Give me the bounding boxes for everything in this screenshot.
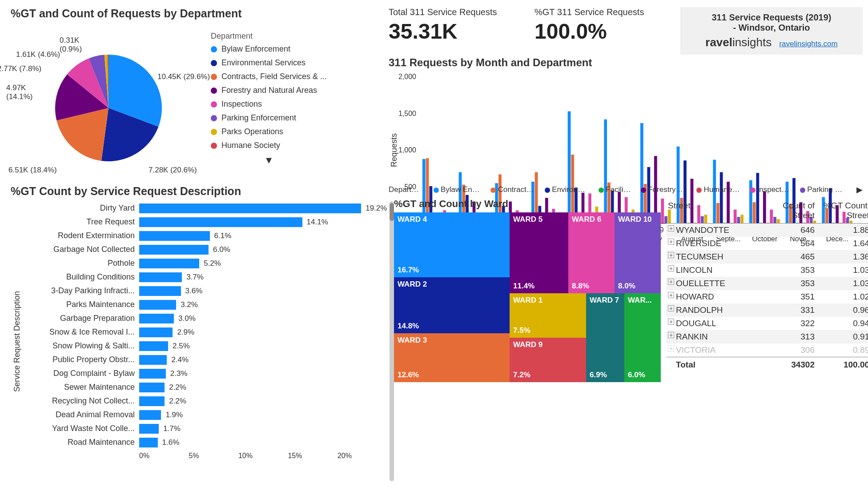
treemap-cell[interactable]: WARD 511.4% (510, 212, 568, 293)
expand-icon[interactable]: + (668, 345, 674, 351)
hbar-row[interactable]: Pothole 5.2% (24, 256, 387, 270)
monthly-legend-item[interactable]: Facilities (599, 185, 631, 194)
monthly-legend-item[interactable]: Humane S... (696, 185, 740, 194)
hbar-row[interactable]: Parks Maintenance 3.2% (24, 298, 387, 311)
hbar-value: 2.5% (173, 342, 190, 351)
expand-icon[interactable]: + (668, 319, 674, 325)
hbar-row[interactable]: Sewer Maintenance 2.2% (24, 380, 387, 394)
hbar-bar[interactable] (139, 341, 168, 351)
table-row[interactable]: + WYANDOTTE 646 1.88% (666, 224, 868, 237)
hbar-bar[interactable] (139, 410, 161, 420)
hbar-row[interactable]: Dirty Yard 19.2% (24, 201, 387, 215)
treemap-cell[interactable]: WAR...6.0% (624, 293, 661, 382)
table-row[interactable]: + OUELLETTE 353 1.03% (666, 277, 868, 290)
monthly-legend-item[interactable]: Bylaw Enfor... (434, 185, 481, 194)
table-row[interactable]: + LINCOLN 353 1.03% (666, 263, 868, 277)
hbar-row[interactable]: Snow Plowing & Salti... 2.5% (24, 339, 387, 353)
street-count: 465 (761, 252, 815, 262)
treemap-chart[interactable]: WARD 416.7%WARD 214.8%WARD 312.6%WARD 51… (394, 212, 661, 382)
hbar-bar[interactable] (139, 286, 181, 296)
hbar-bar[interactable] (139, 217, 302, 227)
monthly-legend-item[interactable]: Contracts, ... (490, 185, 535, 194)
street-header[interactable]: Street Count of Street %GT Count of Stre… (666, 198, 868, 224)
legend-next-icon[interactable]: ▶ (856, 185, 863, 195)
legend-item[interactable]: Parking Enforcement (211, 113, 327, 123)
hbar-chart[interactable]: Dirty Yard 19.2%Tree Request 14.1%Rodent… (24, 201, 387, 481)
expand-icon[interactable]: + (668, 292, 674, 298)
hbar-row[interactable]: Rodent Extermination 6.1% (24, 229, 387, 243)
table-row[interactable]: + DOUGALL 322 0.94% (666, 317, 868, 330)
hbar-bar[interactable] (139, 438, 158, 447)
table-row[interactable]: + HOWARD 351 1.02% (666, 290, 868, 303)
legend-item[interactable]: Bylaw Enforcement (211, 44, 327, 54)
treemap-cell[interactable]: WARD 416.7% (394, 212, 510, 277)
brand-link[interactable]: ravelinsights.com (779, 40, 837, 48)
hbar-bar[interactable] (139, 231, 210, 241)
hbar-row[interactable]: Dead Animal Removal 1.9% (24, 408, 387, 422)
hbar-row[interactable]: Recycling Not Collect... 2.2% (24, 394, 387, 408)
hbar-ylabel: Service Request Description (11, 201, 24, 481)
hbar-row[interactable]: Public Property Obstr... 2.4% (24, 353, 387, 367)
treemap-label: WARD 4 (398, 215, 506, 224)
expand-icon[interactable]: + (668, 305, 674, 311)
street-count: 646 (761, 225, 815, 235)
hbar-row[interactable]: 3-Day Parking Infracti... 3.6% (24, 284, 387, 298)
expand-icon[interactable]: + (668, 239, 674, 245)
treemap-cell[interactable]: WARD 312.6% (394, 333, 510, 382)
street-name: RANDOLPH (676, 305, 761, 315)
legend-item[interactable]: Environmental Services (211, 58, 327, 68)
monthly-legend-item[interactable]: Inspections (750, 185, 791, 194)
legend-item[interactable]: Humane Society (211, 141, 327, 150)
treemap-cell[interactable]: WARD 214.8% (394, 277, 510, 333)
expand-icon[interactable]: + (668, 279, 674, 285)
expand-icon[interactable]: + (668, 332, 674, 338)
legend-item[interactable]: Contracts, Field Services & ... (211, 72, 327, 81)
table-row[interactable]: + RANKIN 313 0.91% (666, 330, 868, 343)
table-row[interactable]: + RIVERSIDE 564 1.64% (666, 237, 868, 250)
expand-icon[interactable]: + (668, 265, 674, 271)
treemap-pct: 14.8% (398, 322, 419, 331)
hbar-bar[interactable] (139, 383, 165, 392)
monthly-legend-item[interactable]: Forestry an... (641, 185, 687, 194)
hbar-row[interactable]: Garbage Not Collected 6.0% (24, 243, 387, 256)
hbar-bar[interactable] (139, 272, 182, 282)
expand-icon[interactable]: + (668, 225, 674, 232)
hbar-row[interactable]: Yard Waste Not Colle... 1.7% (24, 422, 387, 435)
hbar-row[interactable]: Road Maintenance 1.6% (24, 435, 387, 449)
treemap-cell[interactable]: WARD 76.9% (586, 293, 624, 382)
hbar-bar[interactable] (139, 369, 166, 379)
treemap-cell[interactable]: WARD 17.5% (510, 293, 586, 338)
table-row[interactable]: + RANDOLPH 331 0.96% (666, 303, 868, 317)
hbar-bar[interactable] (139, 259, 199, 268)
treemap-cell[interactable]: WARD 108.0% (615, 212, 661, 293)
y-tick-label: 1,500 (398, 110, 416, 117)
legend-dropdown-icon[interactable]: ▼ (211, 155, 327, 166)
hbar-bar[interactable] (139, 355, 167, 365)
hbar-bar[interactable] (139, 300, 176, 310)
pie-chart[interactable]: 10.45K (29.6%)7.28K (20.6%)6.51K (18.4%)… (11, 24, 206, 175)
monthly-legend-item[interactable]: Parking Enf... (800, 185, 847, 194)
hbar-row[interactable]: Snow & Ice Removal I... 2.9% (24, 325, 387, 339)
hbar-bar[interactable] (139, 245, 209, 255)
hbar-row[interactable]: Building Conditions 3.7% (24, 270, 387, 284)
hbar-row[interactable]: Tree Request 14.1% (24, 215, 387, 229)
expand-icon[interactable]: + (668, 252, 674, 258)
hbar-bar[interactable] (139, 327, 173, 337)
hbar-bar[interactable] (139, 204, 361, 213)
legend-item[interactable]: Inspections (211, 100, 327, 109)
table-row[interactable]: + VICTORIA 306 0.89% (666, 343, 868, 357)
hbar-row[interactable]: Dog Complaint - Bylaw 2.3% (24, 367, 387, 380)
street-col-count[interactable]: Count of Street (761, 201, 815, 220)
treemap-cell[interactable]: WARD 68.8% (568, 212, 615, 293)
table-row[interactable]: + TECUMSEH 465 1.36% (666, 250, 868, 263)
treemap-cell[interactable]: WARD 97.2% (510, 338, 586, 382)
legend-item[interactable]: Parks Operations (211, 127, 327, 136)
hbar-bar[interactable] (139, 424, 159, 434)
legend-item[interactable]: Forestry and Natural Areas (211, 86, 327, 95)
hbar-row[interactable]: Garbage Preparation 3.0% (24, 311, 387, 325)
monthly-legend-item[interactable]: Environme... (545, 185, 589, 194)
hbar-bar[interactable] (139, 314, 174, 323)
street-col-name[interactable]: Street (668, 201, 761, 220)
hbar-bar[interactable] (139, 396, 165, 406)
street-col-pct[interactable]: %GT Count of Street ▼ (815, 201, 868, 220)
